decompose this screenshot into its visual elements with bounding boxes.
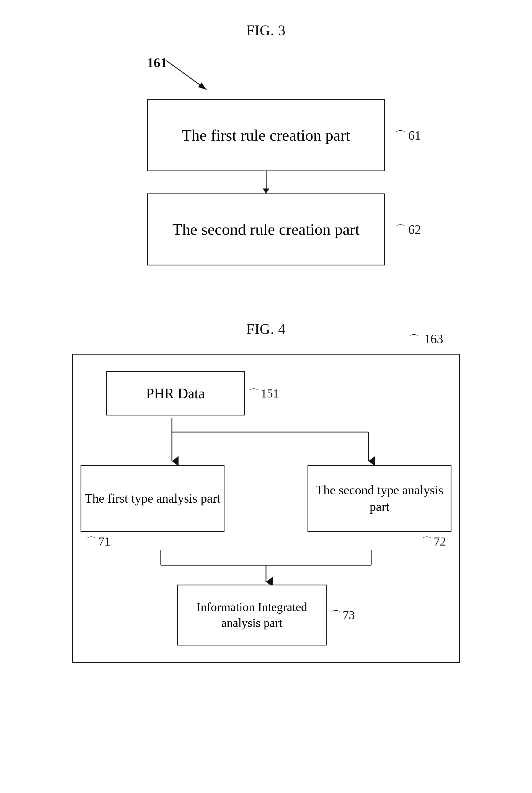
- fig3-diagram: 161 The first rule creation part: [141, 55, 391, 266]
- ref72: 72: [434, 535, 446, 548]
- box-phr: PHR Data: [106, 371, 245, 415]
- phr-row: PHR Data ⌒ 151: [84, 371, 448, 415]
- bottom-boxes-row: The first type analysis part ⌒ 71 The se…: [72, 465, 460, 548]
- arrow-161-svg: [158, 58, 213, 94]
- box-first-rule: The first rule creation part: [147, 99, 385, 171]
- ref-161-area: 161: [141, 55, 391, 99]
- fig4-section: FIG. 4 ⌒ 163 PHR Data ⌒: [0, 266, 532, 663]
- phr-text: PHR Data: [146, 385, 205, 402]
- squiggle-61: ⌒: [395, 128, 406, 143]
- box61-container: The first rule creation part ⌒ 61: [147, 99, 385, 171]
- ref62: 62: [408, 222, 421, 237]
- fig4-outer-border: PHR Data ⌒ 151: [72, 354, 460, 663]
- squiggle-71: ⌒: [86, 535, 97, 548]
- box-second-rule: The second rule creation part: [147, 193, 385, 266]
- box62-container: The second rule creation part ⌒ 62: [147, 193, 385, 266]
- box73-group: Information Integrated analysis part ⌒ 7…: [177, 585, 355, 645]
- box71-text: The first type analysis part: [85, 490, 221, 507]
- ref163-label: ⌒ 163: [408, 332, 443, 347]
- box71-group: The first type analysis part ⌒ 71: [80, 465, 225, 548]
- ref62-label: ⌒ 62: [395, 222, 421, 237]
- page-container: FIG. 3 161 The first rule crea: [0, 0, 532, 793]
- fig3-title: FIG. 3: [246, 22, 286, 38]
- fig4-diagram-wrapper: ⌒ 163 PHR Data ⌒ 151: [72, 354, 460, 663]
- ref61-label: ⌒ 61: [395, 128, 421, 143]
- box-second-type-analysis: The second type analysis part: [307, 465, 452, 532]
- fig4-top-area: PHR Data ⌒ 151: [84, 371, 448, 645]
- svg-line-1: [166, 61, 207, 90]
- fig4-title: FIG. 4: [246, 321, 286, 337]
- ref61: 61: [408, 128, 421, 143]
- ref151-label: ⌒ 151: [249, 386, 279, 401]
- fig4-connectors-svg: [80, 415, 452, 465]
- box-first-type-analysis: The first type analysis part: [80, 465, 225, 532]
- fig4-connectors-svg2: [80, 548, 452, 585]
- box62-text: The second rule creation part: [172, 219, 360, 240]
- box61-text: The first rule creation part: [182, 125, 350, 146]
- box72-group: The second type analysis part ⌒ 72: [307, 465, 452, 548]
- ref73: 73: [343, 608, 355, 622]
- squiggle-163: ⌒: [408, 333, 419, 346]
- connector-61-62: [266, 171, 267, 193]
- ref163: 163: [424, 332, 443, 346]
- box72-text: The second type analysis part: [308, 482, 451, 515]
- ref71: 71: [98, 535, 111, 548]
- box73-text: Information Integrated analysis part: [178, 599, 326, 631]
- ref73-label: ⌒ 73: [330, 608, 355, 622]
- fig3-section: FIG. 3 161 The first rule crea: [0, 0, 532, 266]
- box-info-integrated: Information Integrated analysis part: [177, 585, 327, 645]
- squiggle-73: ⌒: [330, 608, 341, 622]
- ref71-label: ⌒ 71: [86, 535, 111, 548]
- ref72-label: ⌒ 72: [421, 535, 446, 548]
- ref151: 151: [261, 386, 279, 401]
- squiggle-72: ⌒: [421, 535, 432, 548]
- squiggle-151: ⌒: [249, 386, 259, 401]
- squiggle-62: ⌒: [395, 222, 406, 237]
